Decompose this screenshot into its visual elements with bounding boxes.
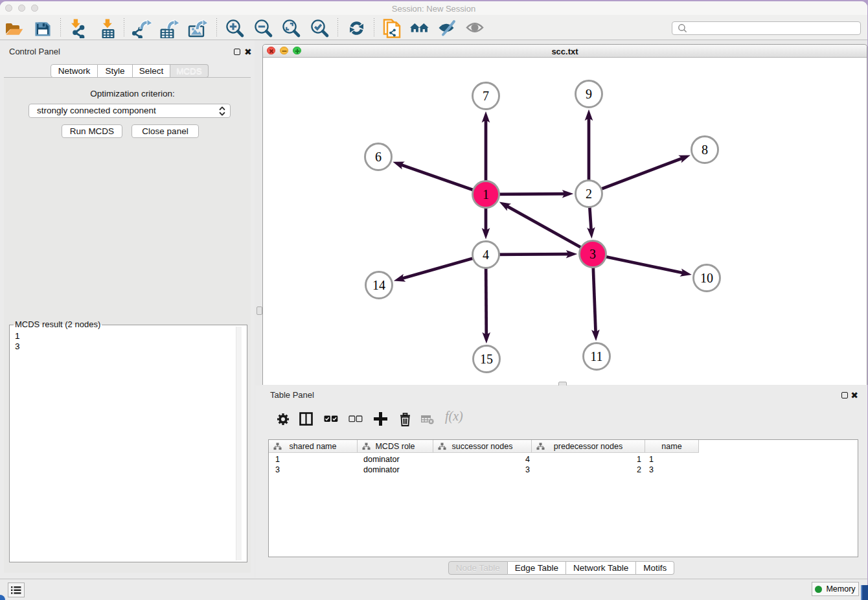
svg-text:15: 15: [480, 352, 493, 366]
svg-text:2: 2: [586, 187, 592, 201]
svg-text:14: 14: [372, 278, 385, 292]
svg-text:11: 11: [590, 349, 602, 363]
svg-text:4: 4: [483, 248, 489, 262]
svg-text:1: 1: [483, 187, 489, 202]
svg-text:6: 6: [375, 150, 382, 164]
svg-text:7: 7: [483, 89, 489, 103]
svg-text:3: 3: [589, 247, 596, 261]
svg-text:9: 9: [586, 87, 592, 101]
svg-text:8: 8: [702, 143, 708, 157]
svg-text:10: 10: [700, 271, 713, 285]
